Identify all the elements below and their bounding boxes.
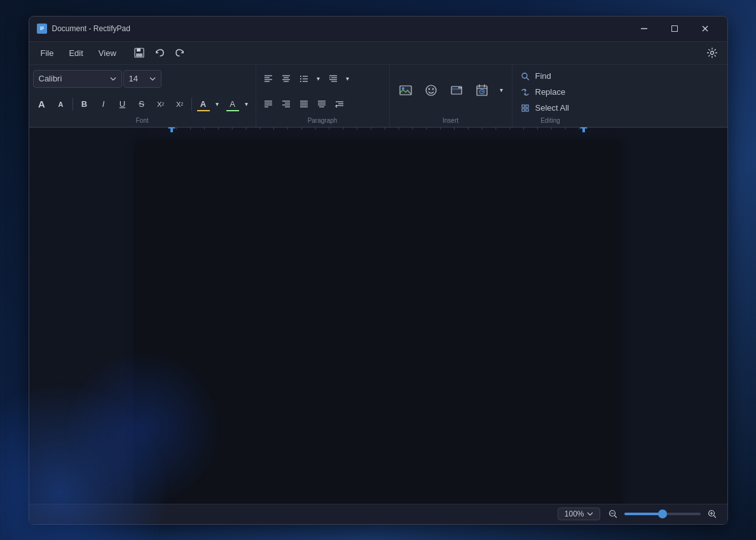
svg-point-22 [300,78,301,80]
subscript-button[interactable]: X2 [171,95,189,113]
editing-label: Editing [516,116,585,124]
bold-button[interactable]: B [76,95,93,113]
zoom-value: 100% [565,509,584,518]
insert-emoji-button[interactable] [419,78,443,102]
insert-group: ▾ Insert [390,65,512,127]
rtl-button[interactable] [331,96,348,113]
svg-point-56 [458,87,459,88]
paragraph-label: Paragraph [260,116,385,124]
list-bullet-button[interactable] [296,71,312,87]
indent-button[interactable] [325,71,341,87]
svg-rect-54 [451,87,462,94]
svg-line-76 [614,515,616,517]
insert-screen-clip-button[interactable] [444,78,469,102]
svg-rect-72 [170,128,173,132]
font-color-chevron[interactable]: ▾ [212,95,223,113]
insert-controls: ▾ [394,67,508,113]
svg-point-52 [428,88,429,89]
undo-button[interactable] [151,44,168,62]
find-button[interactable]: Find [516,69,555,84]
editing-group: Find Replace [512,65,589,127]
find-label: Find [535,71,551,81]
align-justify-left-button[interactable] [260,96,277,113]
settings-button[interactable] [702,43,722,63]
maximize-button[interactable] [660,18,689,39]
svg-point-57 [460,87,461,88]
save-button[interactable] [130,44,148,62]
align-justify-button[interactable] [296,96,312,113]
highlight-button[interactable]: A [224,95,242,113]
toolbar: Calibri 14 A A B I U S [29,65,727,127]
svg-rect-2 [40,28,44,29]
zoom-out-button[interactable] [605,506,621,522]
italic-button[interactable]: I [95,95,113,113]
minimize-button[interactable] [629,18,659,39]
align-justify-center-button[interactable] [313,96,330,113]
underline-button[interactable]: U [114,95,132,113]
editing-controls: Find Replace [516,67,585,116]
svg-rect-1 [40,27,44,27]
main-content: | | | | | | | | | | | | | | | | | | | | [29,127,727,504]
font-group: Calibri 14 A A B I U S [29,65,256,127]
zoom-slider[interactable] [624,513,701,515]
app-icon [37,24,47,34]
svg-rect-10 [136,53,142,57]
document-area[interactable] [29,128,727,504]
zoom-in-button[interactable] [704,506,720,522]
highlight-chevron[interactable]: ▾ [242,95,252,113]
paragraph-row2 [260,93,385,116]
svg-rect-3 [40,29,43,30]
title-bar-left: Document - RectifyPad [37,24,130,34]
svg-rect-4 [641,28,647,29]
menu-file[interactable]: File [34,46,60,60]
align-right-button[interactable] [278,96,294,113]
svg-point-53 [432,88,433,89]
zoom-slider-container [605,506,720,522]
svg-marker-71 [168,127,175,128]
ruler: | | | | | | | | | | | | | | | | | | | | [29,127,727,128]
window-title: Document - RectifyPad [52,24,130,33]
select-all-icon [520,103,530,113]
font-format-controls: A A B I U S X2 X2 A [33,93,252,116]
select-all-label: Select All [535,103,569,113]
zoom-display[interactable]: 100% [558,508,600,520]
svg-point-24 [300,81,301,82]
redo-button[interactable] [171,44,189,62]
title-controls [629,18,720,39]
insert-expand-button[interactable]: ▾ [495,81,508,99]
title-bar: Document - RectifyPad [29,17,727,42]
replace-icon [520,87,530,97]
font-selector[interactable]: Calibri [33,70,122,88]
font-size-increase-button[interactable]: A [33,95,51,113]
paragraph-spacing-chevron[interactable]: ▾ [343,70,353,88]
svg-rect-9 [137,48,141,52]
svg-line-66 [526,78,528,80]
align-center-button[interactable] [278,71,294,87]
status-bar: 100% [29,504,727,524]
font-size-selector[interactable]: 14 [123,70,162,88]
svg-line-79 [713,515,715,517]
menu-edit[interactable]: Edit [62,46,89,60]
font-size-decrease-button[interactable]: A [52,95,70,113]
list-bullet-chevron[interactable]: ▾ [313,70,324,88]
svg-point-20 [300,76,301,77]
document-page[interactable] [137,141,620,504]
close-button[interactable] [691,18,720,39]
svg-rect-69 [522,109,525,111]
align-left-button[interactable] [260,71,277,87]
svg-point-11 [710,52,713,55]
menu-bar: File Edit View [29,42,727,65]
menu-view[interactable]: View [92,46,123,60]
paragraph-row1: ▾ ▾ [260,67,385,90]
insert-picture-button[interactable] [394,78,418,102]
insert-datetime-button[interactable] [470,78,494,102]
svg-rect-49 [400,86,411,95]
insert-label: Insert [394,116,508,124]
svg-rect-70 [526,109,528,111]
font-color-button[interactable]: A [195,95,212,113]
select-all-button[interactable]: Select All [516,100,573,116]
replace-button[interactable]: Replace [516,85,570,100]
strikethrough-button[interactable]: S [133,95,151,113]
superscript-button[interactable]: X2 [152,95,170,113]
font-label: Font [33,116,252,124]
